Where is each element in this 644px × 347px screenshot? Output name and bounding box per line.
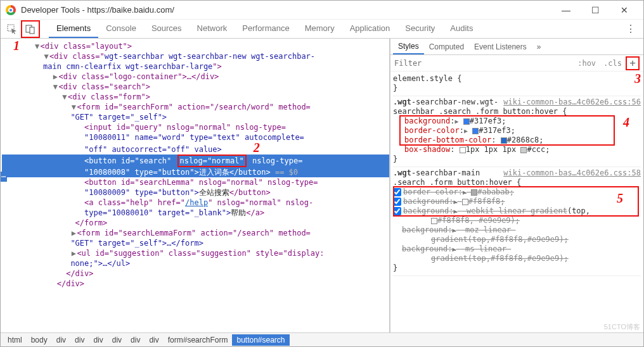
cls-toggle[interactable]: .cls xyxy=(603,59,622,68)
source-link[interactable]: wiki-common-bas…4c062e6.css:56 xyxy=(503,98,641,107)
styles-panel: Styles Computed Event Listeners » :hov .… xyxy=(390,39,643,332)
source-link[interactable]: wiki-common-bas…4c062e6.css:58 xyxy=(503,168,641,178)
crumb-selected[interactable]: button#search xyxy=(232,334,289,346)
crumb[interactable]: body xyxy=(27,334,52,346)
prop-toggle[interactable] xyxy=(393,198,401,206)
hov-toggle[interactable]: :hov xyxy=(577,59,596,68)
rule-element-style[interactable]: element.style { xyxy=(393,74,641,84)
more-tabs-icon[interactable]: » xyxy=(532,40,546,54)
prop-toggle[interactable] xyxy=(393,188,401,196)
tab-computed[interactable]: Computed xyxy=(424,40,469,54)
inspect-icon[interactable] xyxy=(3,20,21,38)
annotation-5: 5 xyxy=(617,194,623,203)
window-title: Developer Tools - https://baike.baidu.co… xyxy=(21,5,552,15)
tab-sources[interactable]: Sources xyxy=(144,20,190,38)
titlebar: Developer Tools - https://baike.baidu.co… xyxy=(1,1,643,20)
svg-rect-2 xyxy=(30,27,34,34)
crumb[interactable]: div xyxy=(52,334,70,346)
crumb[interactable]: form#searchForm xyxy=(164,334,233,346)
minimize-button[interactable]: — xyxy=(552,1,580,19)
tab-memory[interactable]: Memory xyxy=(297,20,342,38)
crumb[interactable]: div xyxy=(145,334,163,346)
tab-application[interactable]: Application xyxy=(342,20,398,38)
ellipsis-icon[interactable]: ⋯ xyxy=(1,172,7,182)
crumb[interactable]: div xyxy=(108,334,126,346)
close-button[interactable]: ✕ xyxy=(610,1,638,19)
filter-input[interactable] xyxy=(394,59,574,68)
crumb[interactable]: div xyxy=(126,334,145,346)
annotation-4: 4 xyxy=(623,118,629,127)
crumb[interactable]: div xyxy=(89,334,107,346)
crumb[interactable]: div xyxy=(70,334,89,346)
tab-elements[interactable]: Elements xyxy=(49,20,98,38)
device-toolbar-button[interactable] xyxy=(21,20,40,38)
tab-performance[interactable]: Performance xyxy=(235,20,297,38)
watermark: 51CTO博客 xyxy=(604,322,640,332)
tab-event-listeners[interactable]: Event Listeners xyxy=(469,40,532,54)
devtools-toolbar: Elements Console Sources Network Perform… xyxy=(1,20,643,39)
tab-styles[interactable]: Styles xyxy=(393,39,424,54)
prop-toggle[interactable] xyxy=(393,207,401,215)
crumb[interactable]: html xyxy=(3,334,27,346)
tab-audits[interactable]: Audits xyxy=(442,20,480,38)
tab-security[interactable]: Security xyxy=(397,20,442,38)
selected-dom-node[interactable]: <button id="search" nslog="normal" nslog… xyxy=(2,155,389,167)
breadcrumb: html body div div div div div div form#s… xyxy=(1,332,643,346)
chrome-icon xyxy=(6,5,16,15)
maximize-button[interactable]: ☐ xyxy=(581,1,609,19)
tab-network[interactable]: Network xyxy=(190,20,235,38)
elements-dom-tree[interactable]: ⋯ ▼<div class="layout"> ▼<div class="wgt… xyxy=(1,39,390,332)
tab-console[interactable]: Console xyxy=(98,20,144,38)
new-rule-button[interactable]: + xyxy=(626,56,640,70)
kebab-menu-icon[interactable]: ⋮ xyxy=(626,23,637,35)
